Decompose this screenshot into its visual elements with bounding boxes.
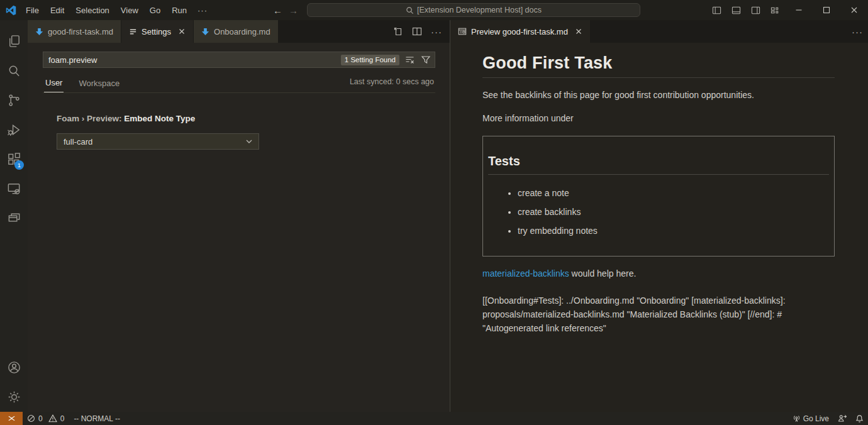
extensions-badge: 1 — [14, 160, 24, 170]
markdown-file-icon — [35, 28, 43, 36]
vscode-window: File Edit Selection View Go Run ··· ← → … — [0, 0, 868, 425]
settings-results-badge: 1 Setting Found — [341, 55, 399, 65]
menu-file[interactable]: File — [20, 4, 45, 17]
menu-edit[interactable]: Edit — [45, 4, 70, 17]
feedback-icon[interactable] — [833, 412, 851, 425]
menu-bar: File Edit Selection View Go Run ··· — [20, 4, 213, 17]
windows-panel-icon[interactable] — [0, 204, 28, 233]
select-value: full-card — [64, 137, 245, 146]
close-tab-icon[interactable] — [178, 28, 186, 35]
go-live-label: Go Live — [803, 414, 829, 423]
split-editor-icon[interactable] — [412, 26, 422, 36]
navigate-forward-icon[interactable]: → — [289, 5, 298, 16]
clear-search-results-icon[interactable] — [405, 55, 415, 65]
scope-tab-workspace[interactable]: Workspace — [77, 75, 121, 92]
preview-paragraph: materialized-backlinks would help here. — [482, 267, 835, 280]
tab-preview-good-first-task[interactable]: Preview good-first-task.md — [450, 20, 591, 43]
setting-title: Foam › Preview: Embed Note Type — [57, 114, 435, 123]
settings-search-input[interactable]: foam.preview 1 Setting Found — [43, 52, 435, 68]
settings-list-icon — [129, 28, 137, 36]
tab-label: Settings — [142, 27, 171, 36]
customize-layout-icon[interactable] — [765, 2, 785, 18]
preview-paragraph: More information under — [482, 112, 835, 124]
scope-tab-user[interactable]: User — [44, 75, 64, 92]
menu-selection[interactable]: Selection — [70, 4, 114, 17]
list-item: create a note — [518, 186, 829, 200]
close-tab-icon[interactable] — [575, 28, 582, 35]
navigate-back-icon[interactable]: ← — [273, 5, 282, 16]
tab-label: Preview good-first-task.md — [471, 27, 568, 36]
settings-gear-icon[interactable] — [0, 382, 28, 412]
markdown-preview-pane: Good First Task See the backlinks of thi… — [450, 43, 868, 412]
warning-count: 0 — [60, 414, 65, 423]
editor-group-left: good-first-task.md Settings Onboarding. — [28, 20, 450, 412]
vim-mode-indicator[interactable]: -- NORMAL -- — [69, 412, 125, 425]
tab-label: Onboarding.md — [214, 27, 270, 36]
editor-actions-left: ··· — [393, 20, 450, 43]
extensions-icon[interactable]: 1 — [0, 145, 28, 174]
tab-settings[interactable]: Settings — [121, 20, 194, 43]
setting-category: Foam › Preview: — [57, 114, 124, 123]
menu-run[interactable]: Run — [166, 4, 192, 17]
problems-indicator[interactable]: 0 0 — [23, 412, 69, 425]
toggle-secondary-sidebar-icon[interactable] — [746, 2, 765, 18]
window-controls — [707, 0, 868, 20]
settings-scope-tabs: User Workspace Last synced: 0 secs ago — [43, 75, 435, 93]
remote-explorer-icon[interactable] — [0, 174, 28, 204]
command-center-label: [Extension Development Host] docs — [417, 6, 542, 14]
markdown-preview-icon — [458, 27, 467, 36]
embedded-note-list: create a note create backlinks try embed… — [488, 186, 829, 238]
link-paragraph-rest: would help here. — [569, 268, 637, 279]
chevron-down-icon — [245, 137, 253, 146]
embed-note-type-select[interactable]: full-card — [57, 133, 259, 150]
link-references-paragraph: [[Onboarding#Tests]: ../Onboarding.md "O… — [482, 294, 835, 335]
tab-strip-right: Preview good-first-task.md ··· — [450, 20, 868, 43]
menu-go[interactable]: Go — [144, 4, 166, 17]
embedded-note-card: Tests create a note create backlinks try… — [482, 136, 835, 257]
explorer-icon[interactable] — [0, 26, 28, 56]
list-item: try embedding notes — [518, 224, 829, 238]
preview-paragraph: See the backlinks of this page for good … — [482, 89, 835, 101]
tab-label: good-first-task.md — [48, 27, 113, 36]
embedded-note-title: Tests — [488, 154, 829, 175]
maximize-button[interactable] — [813, 0, 840, 20]
remote-indicator[interactable] — [0, 412, 23, 425]
search-icon — [406, 6, 414, 14]
settings-editor: foam.preview 1 Setting Found User Worksp… — [28, 43, 450, 150]
editor-group-right: Preview good-first-task.md ··· Good Firs… — [450, 20, 868, 412]
menu-more-button[interactable]: ··· — [192, 4, 213, 17]
toggle-panel-icon[interactable] — [726, 2, 746, 18]
list-item: create backlinks — [518, 205, 829, 219]
account-icon[interactable] — [0, 353, 28, 382]
setting-label: Embed Note Type — [124, 114, 195, 123]
activity-bar: 1 — [0, 20, 28, 412]
search-sidebar-icon[interactable] — [0, 56, 28, 86]
source-control-icon[interactable] — [0, 86, 28, 115]
markdown-file-icon — [201, 28, 209, 36]
editor-actions-right: ··· — [852, 20, 868, 43]
filter-settings-icon[interactable] — [421, 55, 431, 65]
run-debug-icon[interactable] — [0, 115, 28, 145]
status-bar: 0 0 -- NORMAL -- Go Live — [0, 412, 868, 425]
settings-search-value: foam.preview — [48, 55, 341, 65]
more-actions-icon[interactable]: ··· — [852, 26, 863, 37]
menu-view[interactable]: View — [115, 4, 144, 17]
preview-title: Good First Task — [482, 53, 835, 78]
command-center-search[interactable]: [Extension Development Host] docs — [307, 3, 640, 17]
open-settings-json-icon[interactable] — [393, 26, 403, 36]
materialized-backlinks-link[interactable]: materialized-backlinks — [482, 268, 569, 279]
title-bar: File Edit Selection View Go Run ··· ← → … — [0, 0, 868, 20]
error-count: 0 — [38, 414, 43, 423]
close-window-button[interactable] — [840, 0, 868, 20]
tab-good-first-task[interactable]: good-first-task.md — [28, 20, 121, 43]
tab-strip-left: good-first-task.md Settings Onboarding. — [28, 20, 450, 43]
tab-onboarding[interactable]: Onboarding.md — [194, 20, 279, 43]
minimize-button[interactable] — [785, 0, 813, 20]
setting-embed-note-type: Foam › Preview: Embed Note Type full-car… — [43, 93, 435, 150]
more-actions-icon[interactable]: ··· — [431, 26, 442, 37]
vscode-logo-icon — [6, 5, 16, 16]
go-live-button[interactable]: Go Live — [788, 412, 833, 425]
notifications-bell-icon[interactable] — [851, 412, 868, 425]
toggle-primary-sidebar-icon[interactable] — [707, 2, 726, 18]
last-synced-label: Last synced: 0 secs ago — [350, 77, 434, 90]
